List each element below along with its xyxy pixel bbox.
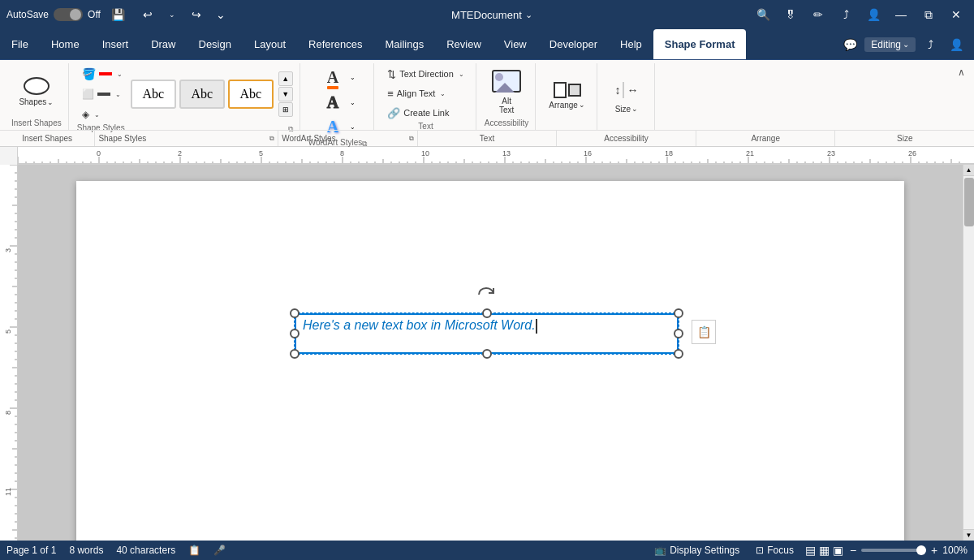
- handle-bottom-center[interactable]: [482, 349, 492, 359]
- menu-file[interactable]: File: [0, 29, 40, 59]
- scroll-expand-btn[interactable]: ⊞: [278, 102, 293, 117]
- undo-dropdown[interactable]: ⌄: [161, 3, 183, 26]
- collapse-ribbon-button[interactable]: ∧: [953, 63, 969, 130]
- editing-button[interactable]: Editing ⌄: [864, 37, 916, 52]
- share-button[interactable]: ⤴: [834, 3, 857, 26]
- view-mode-1[interactable]: ▤: [805, 544, 816, 557]
- text-direction-button[interactable]: ⇅ Text Direction ⌄: [382, 65, 469, 83]
- align-text-dropdown[interactable]: ⌄: [440, 90, 446, 97]
- shape-styles-section-label: Shape Styles: [98, 134, 146, 143]
- share-menu-button[interactable]: ⤴: [919, 33, 942, 56]
- scroll-up-btn[interactable]: ▲: [278, 71, 293, 86]
- pen-button[interactable]: ✏: [807, 3, 830, 26]
- customize-quick-access[interactable]: ⌄: [209, 3, 232, 26]
- arrange-dropdown[interactable]: ⌄: [579, 101, 585, 109]
- menu-view[interactable]: View: [493, 29, 538, 59]
- ribbon-display-button[interactable]: 🎖: [779, 3, 802, 26]
- create-link-button[interactable]: 🔗 Create Link: [382, 104, 469, 122]
- document-dropdown[interactable]: ⌄: [525, 10, 532, 20]
- arrange-section[interactable]: Arrange: [696, 131, 836, 146]
- vertical-ruler: [0, 165, 18, 541]
- wordart-section[interactable]: WordArt Styles ⧉: [278, 131, 418, 146]
- profile-menu-button[interactable]: 👤: [945, 33, 968, 56]
- handle-top-right[interactable]: [674, 308, 683, 318]
- shape-style-1[interactable]: Abc: [131, 80, 176, 109]
- menu-review[interactable]: Review: [435, 29, 493, 59]
- view-mode-3[interactable]: ▣: [833, 544, 843, 557]
- handle-middle-right[interactable]: [674, 329, 683, 338]
- insert-shapes-section[interactable]: Insert Shapes: [0, 131, 95, 146]
- display-settings-button[interactable]: 📺 Display Settings: [649, 543, 744, 558]
- zoom-slider[interactable]: [861, 549, 926, 552]
- layout-options-icon[interactable]: 📋: [692, 320, 716, 344]
- size-button[interactable]: ↕ ↔ Size ⌄: [606, 69, 648, 123]
- close-button[interactable]: ✕: [945, 3, 968, 26]
- textbox-selection[interactable]: Here's a new text box in Microsoft Word.…: [294, 312, 679, 355]
- rotate-handle[interactable]: [477, 286, 497, 306]
- save-button[interactable]: 💾: [107, 3, 130, 26]
- undo-button[interactable]: ↩: [136, 3, 159, 26]
- scroll-down-button[interactable]: ▼: [963, 529, 974, 541]
- wordart-expand-icon[interactable]: ⧉: [409, 135, 414, 143]
- fill-color-button[interactable]: 🪣 ⌄: [77, 65, 127, 83]
- track-changes-icon[interactable]: 📋: [188, 545, 200, 556]
- size-section[interactable]: Size: [835, 131, 974, 146]
- handle-top-center[interactable]: [482, 308, 492, 318]
- zoom-plus-button[interactable]: +: [931, 544, 937, 557]
- text-direction-dropdown[interactable]: ⌄: [459, 71, 464, 78]
- scroll-up-button[interactable]: ▲: [963, 165, 974, 176]
- text-section[interactable]: Text: [418, 131, 558, 146]
- align-text-button[interactable]: ≡ Align Text ⌄: [382, 84, 469, 102]
- shape-style-2[interactable]: Abc: [179, 80, 225, 109]
- shape-style-3[interactable]: Abc: [228, 80, 274, 109]
- handle-bottom-right[interactable]: [674, 349, 683, 359]
- autosave-toggle[interactable]: [54, 8, 83, 21]
- scroll-thumb[interactable]: [964, 178, 974, 226]
- text-outline-button[interactable]: A: [320, 91, 346, 114]
- menu-references[interactable]: References: [297, 29, 373, 59]
- menu-draw[interactable]: Draw: [140, 29, 187, 59]
- handle-bottom-left[interactable]: [290, 349, 300, 359]
- view-mode-2[interactable]: ▦: [819, 544, 830, 557]
- text-fill-button[interactable]: A: [320, 65, 346, 89]
- redo-button[interactable]: ↪: [185, 3, 208, 26]
- menu-design[interactable]: Design: [187, 29, 243, 59]
- content-area[interactable]: Here's a new text box in Microsoft Word.…: [18, 165, 963, 541]
- autosave-state: Off: [88, 9, 101, 20]
- menu-home[interactable]: Home: [40, 29, 91, 59]
- menu-insert[interactable]: Insert: [91, 29, 140, 59]
- arrange-button[interactable]: Arrange ⌄: [544, 69, 590, 123]
- menu-developer[interactable]: Developer: [538, 29, 609, 59]
- speech-icon[interactable]: 🎤: [213, 545, 226, 556]
- shapes-dropdown-icon[interactable]: ⌄: [47, 98, 54, 106]
- search-button[interactable]: 🔍: [752, 3, 774, 26]
- text-fill-dropdown[interactable]: ⌄: [350, 74, 356, 81]
- handle-middle-left[interactable]: [290, 329, 300, 338]
- text-outline-dropdown[interactable]: ⌄: [350, 99, 356, 106]
- minimize-button[interactable]: —: [890, 3, 912, 26]
- scroll-down-btn[interactable]: ▼: [278, 87, 293, 101]
- menu-mailings[interactable]: Mailings: [374, 29, 436, 59]
- zoom-level[interactable]: 100%: [942, 545, 968, 556]
- zoom-thumb[interactable]: [916, 545, 926, 555]
- comments-button[interactable]: 💬: [838, 33, 861, 56]
- menu-help[interactable]: Help: [609, 29, 653, 59]
- shape-effects-button[interactable]: ◈ ⌄: [77, 106, 127, 123]
- size-dropdown[interactable]: ⌄: [631, 105, 638, 113]
- focus-button[interactable]: ⊡ Focus: [751, 543, 799, 558]
- zoom-minus-button[interactable]: −: [850, 544, 856, 557]
- menu-layout[interactable]: Layout: [243, 29, 297, 59]
- alt-text-button[interactable]: Alt Text: [487, 65, 526, 118]
- shapes-button[interactable]: Shapes ⌄: [14, 65, 58, 118]
- accessibility-section[interactable]: Accessibility: [557, 131, 696, 146]
- shape-styles-section[interactable]: Shape Styles ⧉: [95, 131, 278, 146]
- vertical-scrollbar[interactable]: ▲ ▼: [963, 165, 974, 541]
- menu-shape-format[interactable]: Shape Format: [653, 29, 747, 59]
- shape-styles-expand-icon[interactable]: ⧉: [269, 135, 274, 143]
- textbox-container[interactable]: Here's a new text box in Microsoft Word.…: [294, 286, 679, 355]
- restore-button[interactable]: ⧉: [917, 3, 940, 26]
- handle-top-left[interactable]: [290, 308, 300, 318]
- textbox-text[interactable]: Here's a new text box in Microsoft Word.: [295, 313, 679, 354]
- profile-button[interactable]: 👤: [862, 3, 885, 26]
- outline-button[interactable]: ⬜ ⌄: [77, 85, 127, 103]
